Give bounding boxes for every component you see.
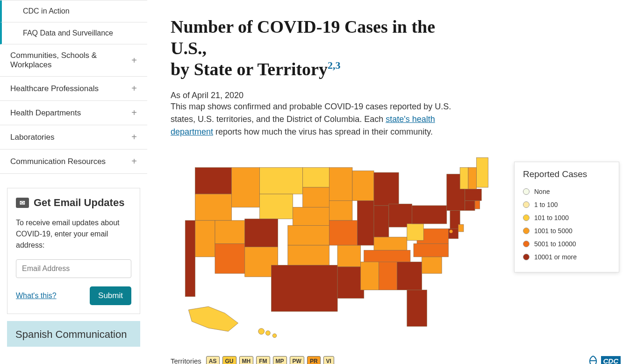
territory-chip-pr[interactable]: PR xyxy=(307,356,321,364)
expand-icon: + xyxy=(131,132,137,143)
legend-item[interactable]: 5001 to 10000 xyxy=(523,237,609,250)
expand-icon: + xyxy=(131,55,137,66)
svg-rect-22 xyxy=(352,171,374,200)
svg-rect-13 xyxy=(293,207,329,225)
svg-rect-16 xyxy=(271,265,337,311)
territories-row: Territories ASGUMHFMMPPWPRVI CDC xyxy=(171,355,630,364)
svg-rect-20 xyxy=(337,245,361,267)
email-input[interactable] xyxy=(16,259,131,278)
expand-icon: + xyxy=(131,156,137,167)
expand-icon: + xyxy=(131,83,137,94)
svg-rect-29 xyxy=(361,262,379,290)
svg-rect-37 xyxy=(412,206,446,224)
map-legend: Reported Cases None1 to 100101 to 100010… xyxy=(514,162,619,272)
svg-point-50 xyxy=(265,330,270,335)
svg-rect-41 xyxy=(458,224,464,232)
territory-chip-mp[interactable]: MP xyxy=(273,356,287,364)
svg-rect-25 xyxy=(374,206,389,237)
svg-rect-6 xyxy=(215,221,245,244)
nav-item-cdc-in-action[interactable]: CDC in Action xyxy=(0,0,147,22)
legend-title: Reported Cases xyxy=(523,169,609,179)
svg-rect-2 xyxy=(231,167,259,207)
legend-label: 1001 to 5000 xyxy=(534,227,573,235)
svg-rect-11 xyxy=(303,167,329,187)
svg-rect-43 xyxy=(475,200,480,209)
svg-rect-33 xyxy=(422,257,442,273)
nav-label: Healthcare Professionals xyxy=(10,84,99,93)
svg-rect-32 xyxy=(407,290,427,326)
widget-title: ✉ Get Email Updates xyxy=(16,197,131,209)
nav-item-healthcare[interactable]: Healthcare Professionals+ xyxy=(0,77,147,101)
envelope-icon: ✉ xyxy=(16,198,29,208)
svg-rect-30 xyxy=(379,262,397,290)
territory-chip-pw[interactable]: PW xyxy=(290,356,304,364)
svg-rect-23 xyxy=(358,200,374,245)
legend-item[interactable]: None xyxy=(523,185,609,198)
nav-label: FAQ Data and Surveillance xyxy=(23,29,113,37)
hhs-icon xyxy=(587,355,599,364)
svg-rect-7 xyxy=(185,221,195,297)
territory-chip-fm[interactable]: FM xyxy=(256,356,270,364)
svg-rect-19 xyxy=(329,221,357,245)
legend-label: None xyxy=(534,188,550,195)
svg-rect-28 xyxy=(364,250,410,262)
svg-rect-36 xyxy=(407,224,423,240)
svg-rect-24 xyxy=(374,172,399,206)
page-title: Number of COVID-19 Cases in the U.S., by… xyxy=(171,16,470,80)
us-map-svg[interactable] xyxy=(175,148,493,346)
svg-rect-9 xyxy=(245,219,278,247)
svg-rect-47 xyxy=(477,157,488,187)
nav-item-communication[interactable]: Communication Resources+ xyxy=(0,150,147,174)
widget-desc: To receive email updates about COVID-19,… xyxy=(16,217,131,251)
legend-label: 101 to 1000 xyxy=(534,214,569,221)
svg-rect-1 xyxy=(195,194,232,221)
svg-rect-0 xyxy=(195,167,232,194)
svg-rect-17 xyxy=(329,167,352,200)
svg-rect-12 xyxy=(303,187,329,207)
svg-rect-4 xyxy=(260,194,293,219)
main-content: Number of COVID-19 Cases in the U.S., by… xyxy=(147,0,630,364)
legend-item[interactable]: 1001 to 5000 xyxy=(523,224,609,237)
svg-rect-31 xyxy=(397,262,422,290)
nav-label: Communities, Schools & Workplaces xyxy=(10,51,131,70)
legend-swatch xyxy=(523,188,530,195)
legend-item[interactable]: 10001 or more xyxy=(523,250,609,264)
territory-chip-gu[interactable]: GU xyxy=(222,356,236,364)
legend-item[interactable]: 1 to 100 xyxy=(523,198,609,211)
svg-point-48 xyxy=(449,229,453,234)
cdc-badge: CDC xyxy=(601,356,621,364)
territory-chip-as[interactable]: AS xyxy=(206,356,220,364)
whats-this-link[interactable]: What's this? xyxy=(16,292,57,300)
legend-label: 1 to 100 xyxy=(534,201,558,208)
spanish-communication-box[interactable]: Spanish Communication xyxy=(7,321,140,347)
svg-rect-44 xyxy=(465,189,481,200)
territory-chip-mh[interactable]: MH xyxy=(239,356,254,364)
map-area: Reported Cases None1 to 100101 to 100010… xyxy=(171,148,619,348)
legend-label: 5001 to 10000 xyxy=(534,240,576,248)
svg-rect-18 xyxy=(329,200,352,220)
nav-label: Health Departments xyxy=(10,108,81,118)
legend-label: 10001 or more xyxy=(534,253,577,261)
nav-item-communities[interactable]: Communities, Schools & Workplaces+ xyxy=(0,44,147,77)
svg-point-49 xyxy=(258,328,265,335)
map-description: This map shows confirmed and probable CO… xyxy=(171,100,470,138)
nav-item-laboratories[interactable]: Laboratories+ xyxy=(0,125,147,150)
svg-point-51 xyxy=(272,334,277,338)
svg-rect-27 xyxy=(374,237,407,250)
svg-rect-5 xyxy=(195,221,215,257)
svg-rect-42 xyxy=(465,200,475,210)
nav-item-faq-data[interactable]: FAQ Data and Surveillance xyxy=(0,22,147,44)
territory-chip-vi[interactable]: VI xyxy=(323,356,334,364)
svg-rect-15 xyxy=(288,245,329,265)
legend-swatch xyxy=(523,241,530,247)
nav-label: Communication Resources xyxy=(10,157,106,166)
nav-item-health-dept[interactable]: Health Departments+ xyxy=(0,101,147,125)
svg-rect-46 xyxy=(468,167,477,189)
sidebar: CDC in Action FAQ Data and Surveillance … xyxy=(0,0,147,364)
legend-item[interactable]: 101 to 1000 xyxy=(523,211,609,224)
legend-swatch xyxy=(523,228,530,234)
svg-rect-45 xyxy=(460,167,468,189)
svg-rect-8 xyxy=(215,243,245,273)
expand-icon: + xyxy=(131,107,137,118)
submit-button[interactable]: Submit xyxy=(90,286,131,305)
